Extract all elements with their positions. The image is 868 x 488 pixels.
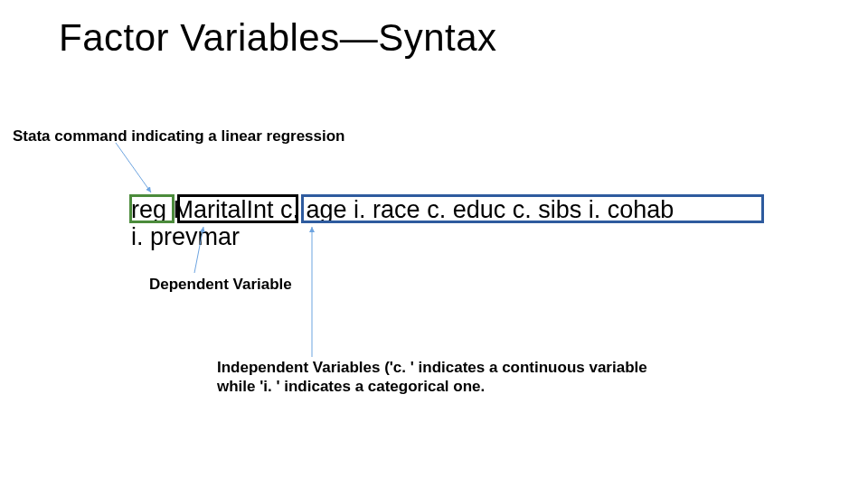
code-line-2: i. prevmar [131, 223, 240, 250]
highlight-box-dependent [177, 194, 298, 223]
highlight-box-independent [301, 194, 764, 223]
label-dependent-variable: Dependent Variable [149, 275, 292, 294]
label-independent-variables: Independent Variables ('c. ' indicates a… [217, 358, 651, 397]
label-stata-command: Stata command indicating a linear regres… [13, 127, 345, 145]
slide-title: Factor Variables—Syntax [59, 16, 497, 60]
highlight-box-command [129, 194, 175, 223]
svg-line-0 [116, 143, 151, 192]
